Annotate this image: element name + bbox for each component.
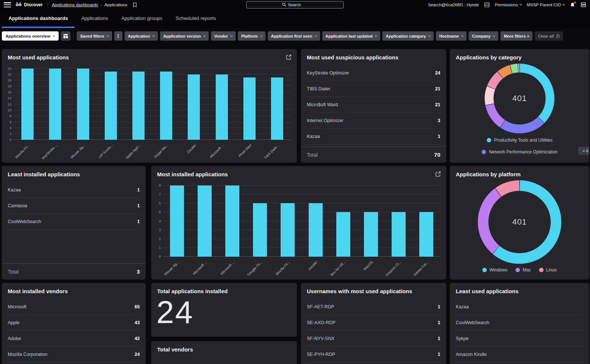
filter-chip[interactable]: Application category — [382, 31, 434, 41]
tab-applications[interactable]: Applications — [74, 15, 115, 28]
legend-label: Linux — [546, 267, 557, 273]
legend-dot — [487, 138, 491, 142]
notifications-bell-icon[interactable] — [570, 2, 575, 8]
legend-dot — [482, 268, 487, 272]
filter-chip[interactable]: Hostname — [436, 31, 466, 41]
bar[interactable] — [132, 72, 145, 140]
card-applications-by-category: Applications by category 401 Productivit… — [450, 49, 589, 163]
tab-applications-dashboards[interactable]: Applications dashboards — [2, 15, 74, 28]
bar[interactable] — [160, 72, 172, 140]
list-item[interactable]: TIBS Dialer21 — [307, 81, 440, 97]
filter-chip[interactable]: Application version — [160, 31, 209, 41]
bar[interactable] — [49, 69, 61, 140]
chevron-down-icon — [493, 34, 495, 37]
bar[interactable] — [105, 72, 117, 140]
card-most-installed-applications: Most installed applications 012345678Mou… — [151, 166, 446, 280]
legend-more-badge[interactable]: + 6 — [578, 147, 589, 155]
saved-filters-dropdown[interactable]: Saved filters — [77, 31, 112, 41]
legend-dot — [539, 268, 544, 272]
donut-segment[interactable] — [484, 63, 555, 134]
filter-chip[interactable]: Application first seen — [268, 31, 320, 41]
search-input[interactable] — [288, 3, 308, 7]
list-item[interactable]: Kazaa1 — [307, 129, 440, 145]
legend-label: Mac — [523, 267, 531, 273]
list-item[interactable]: SE-AXO-RDP1 — [307, 315, 440, 331]
list-item[interactable]: Kazaa — [456, 299, 583, 315]
donut-segment[interactable] — [484, 63, 555, 134]
bar[interactable] — [309, 203, 323, 257]
filter-chip[interactable]: Platform — [238, 31, 266, 41]
y-axis-tick: 18 — [3, 84, 11, 88]
console-stack-icon[interactable] — [580, 2, 586, 7]
filter-chip[interactable]: Company — [469, 31, 498, 41]
filters-kebab-menu[interactable]: ⋮ — [114, 31, 122, 41]
tab-scheduled-reports[interactable]: Scheduled reports — [169, 15, 223, 28]
filter-chip[interactable]: Application — [125, 31, 158, 41]
list-item[interactable]: CoolWebSearch1 — [8, 214, 140, 230]
list-item[interactable]: KeyStroke Optimizer24 — [307, 65, 440, 81]
bar[interactable] — [271, 77, 283, 140]
dashboard-layout-button[interactable] — [61, 31, 70, 41]
export-icon[interactable] — [435, 171, 441, 179]
global-search[interactable] — [246, 1, 344, 8]
hamburger-menu-icon[interactable] — [4, 2, 11, 7]
legend-entry: Mac — [516, 267, 531, 273]
list-total-row: Total 3 — [2, 263, 146, 280]
list-item[interactable]: Microsoft65 — [8, 299, 140, 315]
bar[interactable] — [336, 212, 350, 257]
bar[interactable] — [188, 74, 200, 140]
permissions-menu[interactable]: Permissions — [495, 3, 522, 7]
bar[interactable] — [216, 74, 228, 140]
filter-chip-group: ApplicationApplication versionVendorPlat… — [125, 31, 499, 41]
dashboard-select[interactable]: Applications overview — [2, 31, 59, 41]
filter-chip[interactable]: Application last updated — [322, 31, 381, 41]
scope-table-icon[interactable] — [484, 2, 490, 7]
y-axis-tick: 14 — [3, 96, 11, 100]
export-icon[interactable] — [285, 54, 292, 62]
bar[interactable] — [198, 186, 212, 257]
donut-segment[interactable] — [484, 63, 555, 134]
bar[interactable] — [77, 69, 89, 140]
list-item[interactable]: SE-PYH-RDP1 — [307, 347, 440, 363]
more-filters-button[interactable]: More filters + — [500, 31, 532, 41]
bar[interactable] — [243, 77, 256, 140]
bar[interactable] — [392, 212, 406, 257]
clear-all-button[interactable]: Clear all — [535, 31, 563, 41]
donut-segment[interactable] — [484, 63, 555, 134]
donut-segment[interactable] — [484, 63, 555, 134]
list-item[interactable]: Mozilla Corporation24 — [8, 347, 140, 363]
list-item[interactable]: Micro$oft Ward21 — [307, 97, 440, 113]
bar[interactable] — [281, 203, 295, 257]
list-item[interactable]: Internet Optimizer3 — [307, 113, 440, 129]
donut-segment[interactable] — [484, 63, 555, 134]
donut-segment[interactable] — [477, 180, 562, 264]
chevron-down-icon — [53, 34, 55, 37]
bar[interactable] — [253, 203, 267, 257]
list-item[interactable]: Apple43 — [8, 315, 140, 331]
list-item[interactable]: Adobe42 — [8, 331, 140, 347]
bookmark-icon[interactable] — [133, 3, 137, 7]
filter-chip-label: Application last updated — [326, 34, 373, 38]
bar[interactable] — [170, 186, 184, 257]
list-item-value: 1 — [137, 187, 140, 193]
breadcrumb-parent-link[interactable]: Applications dashboards — [52, 3, 98, 7]
list-item[interactable]: Camtasia1 — [8, 198, 140, 214]
list-item[interactable]: SF-NYV-SNX1 — [307, 331, 440, 347]
discover-brand[interactable]: Discover — [15, 2, 43, 8]
mssp-parent-cid-menu[interactable]: MSSP Parent CID — [527, 3, 565, 7]
chevron-down-icon — [152, 34, 155, 37]
donut-segment[interactable] — [477, 180, 562, 264]
tab-application-groups[interactable]: Application groups — [115, 15, 169, 28]
bar[interactable] — [419, 212, 433, 257]
list-item[interactable]: Sykpe — [456, 331, 583, 347]
bar[interactable] — [21, 69, 34, 140]
bar[interactable] — [364, 212, 378, 257]
chevron-down-icon — [315, 34, 317, 37]
list-item[interactable]: CoolWebSearch — [456, 315, 583, 331]
filter-chip[interactable]: Vendor — [211, 31, 236, 41]
list-item[interactable]: SF-AET-RDP1 — [307, 299, 440, 315]
list-item[interactable]: Kazaa1 — [8, 182, 140, 198]
list-item[interactable]: Amazon Kindle — [456, 347, 583, 363]
x-axis-label: Mouse Jig... — [70, 143, 86, 159]
bar[interactable] — [225, 186, 239, 257]
